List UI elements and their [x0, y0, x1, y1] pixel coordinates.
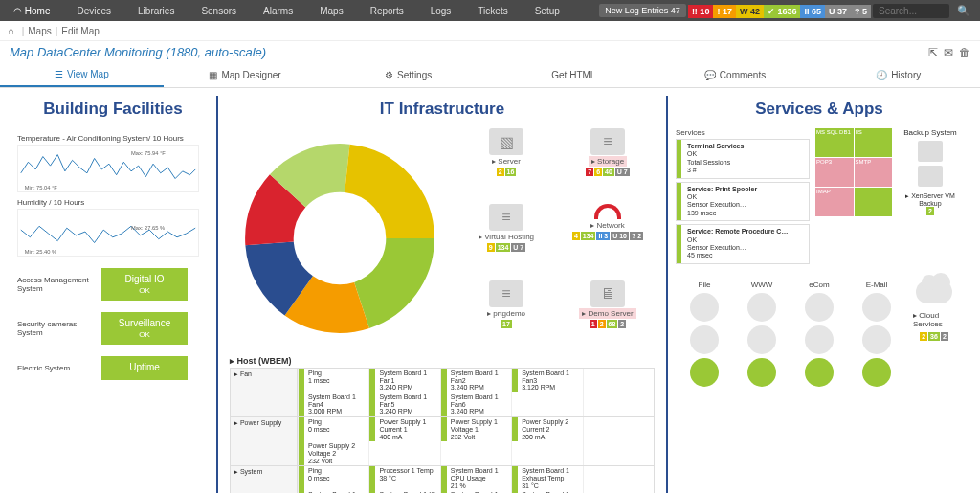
tab-settings[interactable]: ⚙ Settings	[326, 63, 490, 87]
services-heatmap[interactable]: MS SQL DB1IISPOP3SMTPIMAP	[815, 128, 892, 267]
wbem-cell[interactable]	[583, 466, 654, 490]
device-icon: 🖥	[590, 280, 625, 307]
tab-comments[interactable]: 💬 Comments	[654, 63, 817, 87]
nav-alarms[interactable]: Alarms	[250, 0, 306, 21]
device-icon: ▧	[489, 128, 523, 155]
wbem-cell[interactable]	[511, 441, 582, 465]
wbem-cell[interactable]: System Board 1 Fan43.000 RPM	[298, 392, 368, 416]
facility-badge[interactable]: Uptime	[101, 356, 188, 380]
svg-text:Max: 75.94 °F: Max: 75.94 °F	[131, 150, 166, 156]
status-box[interactable]: W 42	[736, 5, 764, 18]
home-icon[interactable]: ⌂	[8, 25, 14, 36]
wbem-cell[interactable]: Power Supply 1 Current 1400 mA	[368, 417, 439, 441]
status-box[interactable]: II 65	[800, 5, 825, 18]
wbem-cell[interactable]: Processor 1 Temp38 °C	[368, 466, 439, 490]
traffic-ecom[interactable]: eCom	[798, 280, 840, 387]
page-title: Map DataCenter Monitoring (1880, auto-sc…	[10, 45, 266, 59]
status-box[interactable]: !! 10	[688, 5, 714, 18]
status-box[interactable]: ? 5	[851, 5, 871, 18]
wbem-cell[interactable]: System Board 1 Fan13.240 RPM	[368, 369, 439, 392]
tab-get-html[interactable]: Get HTML	[490, 63, 654, 87]
wbem-cell[interactable]: System Board 1 Fan33.120 RPM	[511, 369, 582, 392]
infra-cell-server[interactable]: ▧▸ Server216	[459, 128, 553, 196]
infra-cell-virtual-hosting[interactable]: ≡▸ Virtual Hosting9134U 7	[459, 204, 553, 272]
tab-view-map[interactable]: ☰ View Map	[0, 63, 164, 87]
heatmap-cell[interactable]: IIS	[855, 128, 893, 157]
wbem-cell[interactable]: Power Supply 2 Current 2200 mA	[511, 417, 582, 441]
wbem-cell[interactable]: System Board 1 Fan53.240 RPM	[368, 392, 439, 416]
nav-libraries[interactable]: Libraries	[124, 0, 188, 21]
heatmap-cell[interactable]: MS SQL DB1	[815, 128, 854, 157]
infra-cell-network[interactable]: ▸ Network4134II 3U 10? 2	[561, 204, 655, 272]
status-box[interactable]: ✓ 1636	[764, 5, 801, 18]
infra-label: ▸ prtgdemo	[487, 309, 525, 318]
wbem-cell[interactable]: Power Supply 2 Voltage 2232 Volt	[298, 441, 368, 465]
mail-icon[interactable]: ✉	[944, 46, 953, 59]
tab-history[interactable]: 🕘 History	[816, 63, 980, 87]
wbem-cell[interactable]	[511, 392, 582, 416]
svg-text:Max: 27.65 %: Max: 27.65 %	[131, 225, 165, 231]
wbem-cell[interactable]	[583, 417, 654, 441]
wbem-cell[interactable]	[583, 392, 654, 416]
service-item[interactable]: Service: Print SpoolerOKSensor Execution…	[676, 182, 810, 222]
infra-title: IT Infrastructure	[230, 100, 655, 119]
facility-row: Security-cameras SystemSurveillanceOK	[17, 312, 209, 345]
wbem-cell[interactable]	[440, 441, 511, 465]
traffic-www[interactable]: WWW	[741, 280, 783, 387]
delete-icon[interactable]: 🗑	[959, 46, 970, 59]
light-on	[862, 358, 891, 387]
heatmap-cell[interactable]: IMAP	[815, 188, 854, 216]
status-box[interactable]: ! 17	[713, 5, 736, 18]
tab-map-designer[interactable]: ▦ Map Designer	[164, 63, 327, 87]
status-box[interactable]: U 37	[825, 5, 851, 18]
nav-setup[interactable]: Setup	[522, 0, 573, 21]
infra-cell-storage[interactable]: ≡▸ Storage7640U 7	[561, 128, 655, 196]
wbem-cell[interactable]	[368, 441, 439, 465]
infra-donut-chart[interactable]	[230, 128, 450, 348]
top-nav: ◠ HomeDevicesLibrariesSensorsAlarmsMapsR…	[0, 0, 980, 21]
crumb-2[interactable]: Edit Map	[61, 26, 99, 36]
infra-label: ▸ Virtual Hosting	[479, 233, 534, 241]
infra-cell-prtgdemo[interactable]: ≡▸ prtgdemo17	[459, 280, 553, 348]
heatmap-cell[interactable]: SMTP	[855, 158, 893, 187]
light-off	[862, 325, 891, 354]
cloud-services[interactable]: ▸ Cloud Services2362	[913, 280, 955, 387]
nav-tickets[interactable]: Tickets	[464, 0, 521, 21]
humidity-chart[interactable]: Max: 27.65 % Min: 25.40 %	[17, 209, 199, 257]
export-icon[interactable]: ⇱	[928, 46, 938, 59]
facility-badge[interactable]: Digital IOOK	[101, 268, 188, 301]
title-bar: Map DataCenter Monitoring (1880, auto-sc…	[0, 41, 980, 63]
wbem-cell[interactable]	[583, 369, 654, 392]
light-off	[690, 293, 719, 322]
search-icon[interactable]: 🔍	[951, 5, 976, 17]
wbem-cell[interactable]	[583, 441, 654, 465]
nav-reports[interactable]: Reports	[357, 0, 417, 21]
search-input[interactable]	[873, 4, 949, 18]
heatmap-cell[interactable]	[855, 188, 893, 216]
wbem-cell[interactable]: Ping1 msec	[298, 369, 368, 392]
nav-devices[interactable]: Devices	[63, 0, 124, 21]
wbem-cell[interactable]: System Board 1 CPU Usage21 %	[440, 466, 511, 490]
wbem-cell[interactable]: System Board 1 Exhaust Temp31 °C	[511, 466, 582, 490]
light-on	[690, 358, 719, 387]
infra-cell-demo-server[interactable]: 🖥▸ Demo Server12682	[561, 280, 655, 348]
service-item[interactable]: Service: Remote Procedure C…OKSensor Exe…	[676, 224, 810, 264]
crumb-1[interactable]: Maps	[28, 26, 51, 36]
facility-badge[interactable]: SurveillanceOK	[101, 312, 188, 345]
traffic-file[interactable]: File	[683, 280, 725, 387]
wbem-cell[interactable]: Ping0 msec	[298, 417, 368, 441]
wbem-cell[interactable]: Power Supply 1 Voltage 1232 Volt	[440, 417, 511, 441]
new-log-pill[interactable]: New Log Entries 47	[599, 4, 686, 17]
wbem-cell[interactable]: Ping0 msec	[298, 466, 368, 490]
nav-maps[interactable]: Maps	[306, 0, 356, 21]
nav-home[interactable]: ◠ Home	[0, 0, 63, 21]
wbem-cell[interactable]: System Board 1 Fan63.240 RPM	[440, 392, 511, 416]
service-item[interactable]: Terminal ServicesOKTotal Sessions3 #	[676, 139, 810, 179]
wbem-cell[interactable]: System Board 1 Fan23.240 RPM	[440, 369, 511, 392]
nav-sensors[interactable]: Sensors	[188, 0, 250, 21]
temperature-chart[interactable]: Max: 75.94 °F Min: 75.04 °F	[17, 145, 199, 192]
nav-logs[interactable]: Logs	[417, 0, 465, 21]
heatmap-cell[interactable]: POP3	[815, 158, 854, 187]
traffic-e-mail[interactable]: E-Mail	[856, 280, 898, 387]
facility-label: Access Management System	[17, 276, 94, 293]
